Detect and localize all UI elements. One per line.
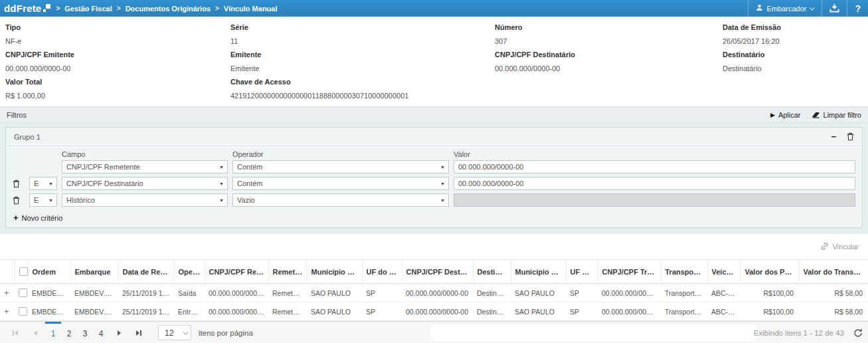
campo-select[interactable]: CNPJ/CPF Remetente ▼ <box>62 160 228 173</box>
info-numero: Número 307 <box>495 18 723 45</box>
cell-valor-produtos: R$100,00 <box>740 302 799 321</box>
cell-cnpj-remetente: 00.000.000/0001-00 <box>205 302 268 321</box>
cell-operacao: Saída <box>174 284 205 302</box>
column-header-valor-produtos[interactable]: Valor dos Produtos <box>740 260 799 284</box>
cell-cnpj-transportador: 00.000.000/0000-00 <box>598 302 661 321</box>
column-header-remetente[interactable]: Remetente <box>268 260 307 284</box>
cell-valor-transporte: R$ 58,00 <box>799 302 868 321</box>
breadcrumb-documentos-originarios[interactable]: Documentos Originários <box>126 5 211 13</box>
select-all-header <box>15 260 28 284</box>
column-header-embarque[interactable]: Embarque <box>70 260 118 284</box>
connector-select[interactable]: E ▼ <box>29 193 57 207</box>
page-button-4[interactable]: 4 <box>93 322 109 343</box>
field-value: Destinatário <box>723 64 863 72</box>
last-page-button[interactable] <box>129 322 149 343</box>
row-checkbox[interactable] <box>19 288 27 297</box>
expand-row-button[interactable]: + <box>4 288 9 298</box>
column-header-uf-dest[interactable]: UF do De... <box>566 260 598 284</box>
column-header-destinatario[interactable]: Destinatário <box>473 260 511 284</box>
column-header-uf-rem[interactable]: UF do Rem... <box>362 260 402 284</box>
field-label: Tipo <box>5 23 230 31</box>
valor-input[interactable] <box>454 177 855 190</box>
page-size-select[interactable]: 12 <box>158 325 191 340</box>
info-destinatario: Destinatário Destinatário <box>723 45 863 72</box>
column-header-cnpj-destinatario[interactable]: CNPJ/CPF Destinatário <box>402 260 473 284</box>
page-button-2[interactable]: 2 <box>61 322 77 343</box>
breadcrumb: > Gestão Fiscal > Documentos Originários… <box>56 5 277 13</box>
eraser-icon <box>812 110 820 120</box>
field-value: 26/05/2017 16:20 <box>723 37 863 45</box>
info-cnpj-destinatario: CNPJ/CPF Destinatário 00.000.000/0000-00 <box>495 45 723 72</box>
app-logo: ddFrete <box>0 3 56 14</box>
column-header-transportador[interactable]: Transportador <box>661 260 707 284</box>
delete-criterion-button[interactable] <box>13 179 25 188</box>
cell-veiculo: ABC-1234 <box>707 284 740 302</box>
column-header-valor-transporte[interactable]: Valor do Transporte <box>799 260 868 284</box>
operador-select[interactable]: Contém ▼ <box>232 177 449 190</box>
campo-select[interactable]: Histórico ▼ <box>62 193 228 207</box>
caret-down-icon: ▼ <box>48 181 53 186</box>
cell-uf-rem: SP <box>362 302 402 321</box>
next-page-button[interactable] <box>109 322 129 343</box>
field-label: Série <box>230 23 495 31</box>
field-label: Data de Emissão <box>723 23 863 31</box>
valor-input[interactable] <box>454 160 855 173</box>
logo-text: ddFrete <box>4 3 41 14</box>
row-checkbox[interactable] <box>19 307 27 316</box>
delete-group-button[interactable] <box>847 132 854 141</box>
valor-column-label: Valor <box>454 150 855 158</box>
delete-criterion-button[interactable] <box>13 196 25 205</box>
pager-status: Exibindo itens 1 - 12 de 43 <box>754 329 844 337</box>
refresh-button[interactable] <box>853 328 863 338</box>
cell-remetente: Remetente <box>268 302 307 321</box>
column-header-municipio-dest[interactable]: Município do De... <box>511 260 566 284</box>
cell-valor-transporte: R$ 58,00 <box>799 284 868 302</box>
pager-bar: 1 2 3 4 12 itens por página Exibindo ite… <box>0 321 868 343</box>
column-header-veiculo[interactable]: Veículo <box>707 260 740 284</box>
clear-filter-button[interactable]: Limpar filtro <box>812 110 861 120</box>
filter-criterion-row: CNPJ/CPF Remetente ▼ Contém ▼ <box>13 160 855 173</box>
new-criteria-button[interactable]: + Novo critério <box>13 213 855 223</box>
cell-operacao: Entrada <box>174 302 205 321</box>
apply-filter-button[interactable]: ▶ Aplicar <box>770 111 801 119</box>
page-button-1[interactable]: 1 <box>45 322 61 343</box>
table-header-row: Ordem Embarque Data de Recepção Operação… <box>0 260 868 284</box>
connector-select[interactable]: E ▼ <box>29 177 57 190</box>
campo-select-value: CNPJ/CPF Remetente <box>66 163 140 171</box>
breadcrumb-vinculo-manual[interactable]: Vínculo Manual <box>224 5 278 13</box>
campo-select[interactable]: CNPJ/CPF Destinatário ▼ <box>62 177 228 190</box>
expand-row-button[interactable]: + <box>4 306 9 316</box>
filter-criteria: Campo Operador Valor CNPJ/CPF Remetente … <box>6 146 862 223</box>
operador-select[interactable]: Contém ▼ <box>232 160 449 173</box>
column-header-municipio-rem[interactable]: Município do Re... <box>307 260 362 284</box>
valor-input-disabled <box>454 193 855 207</box>
cell-uf-dest: SP <box>566 284 598 302</box>
link-icon <box>820 242 829 252</box>
campo-select-value: CNPJ/CPF Destinatário <box>66 179 143 187</box>
operador-select-value: Vazio <box>237 196 255 204</box>
cell-data-recepcao: 25/11/2019 15:37 <box>118 302 174 321</box>
items-per-page-label: itens por página <box>199 329 253 337</box>
breadcrumb-gestao-fiscal[interactable]: Gestão Fiscal <box>64 5 112 13</box>
cell-destinatario: Destinatário <box>473 284 511 302</box>
column-header-operacao[interactable]: Operação <box>174 260 205 284</box>
cell-remetente: Remetente <box>268 284 307 302</box>
column-header-cnpj-transportador[interactable]: CNPJ/CPF Transpor... <box>598 260 661 284</box>
previous-page-button <box>25 322 45 343</box>
plus-icon: + <box>13 213 19 223</box>
download-button[interactable] <box>822 0 847 17</box>
horizontal-scrollbar-thumb[interactable] <box>430 324 757 341</box>
help-button[interactable]: ? <box>847 0 868 17</box>
collapse-group-button[interactable]: − <box>831 132 836 142</box>
page-button-3[interactable]: 3 <box>77 322 93 343</box>
filter-group-panel: Grupo 1 − Campo Operador Valor <box>5 127 863 228</box>
vincular-button[interactable]: Vincular <box>820 242 859 252</box>
user-menu[interactable]: Embarcador <box>748 0 822 17</box>
filter-criterion-row: E ▼ Histórico ▼ Vazio ▼ <box>13 193 855 207</box>
field-value: 00.000.000/0000-00 <box>5 64 230 72</box>
column-header-data-recepcao[interactable]: Data de Recepção <box>118 260 174 284</box>
operador-select[interactable]: Vazio ▼ <box>232 193 449 207</box>
column-header-cnpj-remetente[interactable]: CNPJ/CPF Remetente <box>205 260 268 284</box>
select-all-checkbox[interactable] <box>19 267 28 276</box>
column-header-ordem[interactable]: Ordem <box>28 260 70 284</box>
